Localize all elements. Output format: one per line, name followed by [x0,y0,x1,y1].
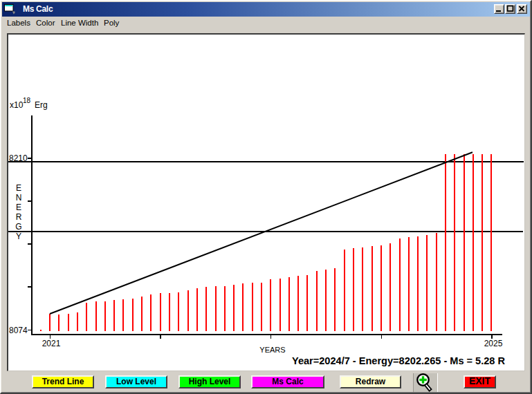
svg-text:Year=2024/7 - Energy=8202.265: Year=2024/7 - Energy=8202.265 - Ms = 5.2… [292,355,505,366]
svg-text:E: E [16,203,21,212]
svg-text:G: G [15,222,21,232]
svg-text:N: N [16,193,22,203]
svg-text:R: R [16,212,22,222]
svg-text:2025: 2025 [484,339,503,348]
svg-text:Erg: Erg [35,100,48,110]
svg-text:18: 18 [23,97,31,104]
svg-text:YEARS: YEARS [259,346,285,354]
svg-text:2021: 2021 [42,339,61,348]
svg-text:8074: 8074 [9,326,28,335]
svg-text:Y: Y [16,232,21,241]
svg-text:8210: 8210 [9,153,28,163]
svg-text:x10: x10 [10,100,24,110]
svg-text:E: E [16,183,21,193]
